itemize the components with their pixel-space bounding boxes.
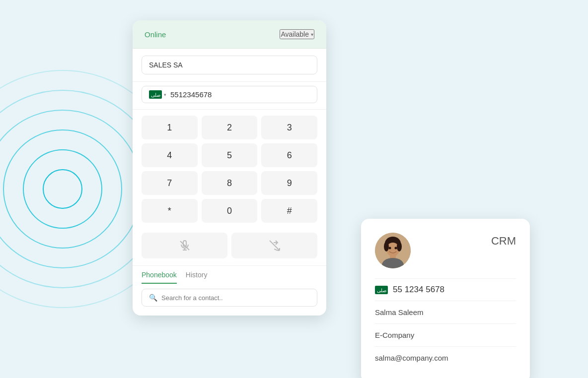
available-label: Available	[281, 30, 309, 38]
dialpad: 1 2 3 4 5 6 7 8 9 * 0 #	[133, 110, 326, 229]
tabs-row: Phonebook History	[133, 265, 326, 284]
flag-dropdown-arrow: ▾	[164, 92, 166, 97]
search-row: 🔍	[133, 284, 326, 315]
phone-number-display: 5512345678	[170, 90, 310, 99]
dial-key-star[interactable]: *	[142, 199, 198, 223]
dialer-panel: Online Available ▾ صلى	[133, 20, 326, 315]
phone-input-row: صلى ▾ 5512345678	[133, 82, 326, 110]
dial-key-1[interactable]: 1	[142, 116, 198, 139]
microphone-mute-icon	[179, 240, 191, 252]
dial-key-2[interactable]: 2	[202, 116, 258, 139]
crm-title: CRM	[491, 235, 516, 248]
crm-phone-number: 55 1234 5678	[393, 285, 444, 295]
dial-key-hash[interactable]: #	[261, 199, 317, 223]
phone-input-wrapper: صلى ▾ 5512345678	[142, 86, 317, 103]
search-icon: 🔍	[149, 294, 157, 302]
dialer-wrapper: Online Available ▾ صلى	[133, 20, 326, 315]
svg-point-15	[395, 247, 397, 250]
online-status: Online	[145, 30, 166, 39]
svg-text:صلى: صلى	[377, 287, 386, 293]
crm-contact-name: Salma Saleem	[375, 301, 516, 324]
sa-flag-icon: صلى	[149, 90, 162, 99]
dial-key-5[interactable]: 5	[202, 143, 258, 167]
transfer-button[interactable]	[231, 233, 317, 258]
ui-wrapper: Online Available ▾ صلى	[108, 10, 480, 368]
dial-key-0[interactable]: 0	[202, 199, 258, 223]
name-input[interactable]	[142, 56, 317, 74]
chevron-down-icon: ▾	[311, 32, 313, 37]
tab-phonebook[interactable]: Phonebook	[142, 271, 177, 284]
crm-company: E-Company	[375, 324, 516, 347]
dial-key-4[interactable]: 4	[142, 143, 198, 167]
dial-key-9[interactable]: 9	[261, 171, 317, 195]
avatar-image	[375, 233, 411, 268]
svg-text:صلى: صلى	[151, 92, 160, 98]
available-dropdown[interactable]: Available ▾	[280, 29, 314, 39]
dial-key-8[interactable]: 8	[202, 171, 258, 195]
search-box: 🔍	[142, 289, 317, 307]
tab-history[interactable]: History	[186, 271, 208, 284]
dial-key-3[interactable]: 3	[261, 116, 317, 139]
dial-key-7[interactable]: 7	[142, 171, 198, 195]
action-buttons	[133, 229, 326, 265]
mute-button[interactable]	[142, 233, 227, 258]
dial-key-6[interactable]: 6	[261, 143, 317, 167]
svg-point-11	[397, 242, 402, 252]
svg-point-10	[384, 242, 389, 252]
call-transfer-icon	[269, 240, 281, 252]
crm-header: CRM	[375, 233, 516, 268]
avatar	[375, 233, 411, 268]
name-input-row	[133, 49, 326, 82]
crm-email: salma@company.com	[375, 347, 516, 369]
status-bar: Online Available ▾	[133, 20, 326, 49]
crm-panel: CRM صلى 55 1234 5678 Salma Saleem E-Comp…	[361, 219, 530, 378]
crm-sa-flag-icon: صلى	[375, 286, 388, 294]
search-input[interactable]	[161, 294, 310, 302]
crm-phone-row: صلى 55 1234 5678	[375, 278, 516, 301]
svg-point-14	[389, 247, 391, 250]
country-flag-button[interactable]: صلى ▾	[149, 90, 166, 99]
